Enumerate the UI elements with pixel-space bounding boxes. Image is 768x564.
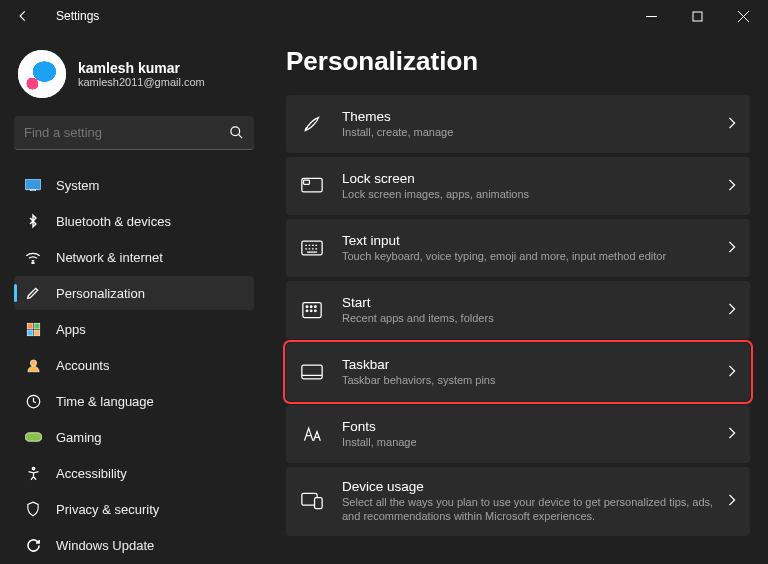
svg-point-4: [32, 262, 34, 264]
nav-item-accounts[interactable]: Accounts: [14, 348, 254, 382]
card-title: Start: [342, 295, 728, 310]
nav-item-label: Windows Update: [56, 538, 154, 553]
nav-item-accessibility[interactable]: Accessibility: [14, 456, 254, 490]
settings-card-lock-screen[interactable]: Lock screenLock screen images, apps, ani…: [286, 157, 750, 215]
nav-item-label: Network & internet: [56, 250, 163, 265]
svg-rect-23: [302, 365, 322, 379]
start-icon: [300, 298, 324, 322]
nav-item-label: Time & language: [56, 394, 154, 409]
nav-item-windows-update[interactable]: Windows Update: [14, 528, 254, 562]
nav-item-personalization[interactable]: Personalization: [14, 276, 254, 310]
update-icon: [24, 536, 42, 554]
sidebar: kamlesh kumar kamlesh2011@gmail.com Syst…: [0, 32, 264, 564]
search-box[interactable]: [14, 116, 254, 150]
settings-card-text-input[interactable]: Text inputTouch keyboard, voice typing, …: [286, 219, 750, 277]
svg-rect-2: [25, 179, 41, 190]
svg-point-18: [310, 306, 312, 308]
card-title: Fonts: [342, 419, 728, 434]
personalization-icon: [24, 284, 42, 302]
nav-item-label: Gaming: [56, 430, 102, 445]
back-button[interactable]: [8, 9, 38, 23]
chevron-right-icon: [728, 365, 736, 380]
svg-point-1: [231, 127, 240, 136]
profile[interactable]: kamlesh kumar kamlesh2011@gmail.com: [18, 50, 254, 98]
svg-rect-3: [30, 190, 35, 191]
card-title: Device usage: [342, 479, 728, 494]
nav-item-apps[interactable]: Apps: [14, 312, 254, 346]
settings-card-themes[interactable]: ThemesInstall, create, manage: [286, 95, 750, 153]
settings-card-device-usage[interactable]: Device usageSelect all the ways you plan…: [286, 467, 750, 536]
page-heading: Personalization: [286, 46, 750, 77]
close-button[interactable]: [720, 0, 766, 32]
chevron-right-icon: [728, 117, 736, 132]
nav-item-gaming[interactable]: Gaming: [14, 420, 254, 454]
nav-item-label: Accessibility: [56, 466, 127, 481]
nav-item-system[interactable]: System: [14, 168, 254, 202]
device-usage-icon: [300, 489, 324, 513]
card-description: Install, create, manage: [342, 125, 722, 139]
svg-rect-7: [27, 330, 33, 336]
maximize-button[interactable]: [674, 0, 720, 32]
svg-point-9: [30, 359, 36, 365]
card-description: Recent apps and items, folders: [342, 311, 722, 325]
svg-point-12: [32, 467, 35, 470]
app-title: Settings: [56, 9, 99, 23]
svg-rect-5: [27, 323, 33, 329]
nav-item-label: Bluetooth & devices: [56, 214, 171, 229]
nav-item-bluetooth-devices[interactable]: Bluetooth & devices: [14, 204, 254, 238]
brush-icon: [300, 112, 324, 136]
svg-rect-8: [34, 330, 40, 336]
avatar: [18, 50, 66, 98]
settings-card-taskbar[interactable]: TaskbarTaskbar behaviors, system pins: [286, 343, 750, 401]
accessibility-icon: [24, 464, 42, 482]
search-icon: [229, 125, 244, 140]
fonts-icon: [300, 422, 324, 446]
gaming-icon: [24, 428, 42, 446]
card-description: Lock screen images, apps, animations: [342, 187, 722, 201]
lock-screen-icon: [300, 174, 324, 198]
card-title: Lock screen: [342, 171, 728, 186]
svg-rect-25: [315, 498, 323, 509]
card-title: Text input: [342, 233, 728, 248]
card-description: Taskbar behaviors, system pins: [342, 373, 722, 387]
profile-name: kamlesh kumar: [78, 60, 205, 76]
titlebar: Settings: [0, 0, 768, 32]
svg-rect-11: [25, 433, 42, 442]
chevron-right-icon: [728, 241, 736, 256]
nav-item-time-language[interactable]: Time & language: [14, 384, 254, 418]
taskbar-icon: [300, 360, 324, 384]
search-input[interactable]: [24, 125, 229, 140]
nav-item-network-internet[interactable]: Network & internet: [14, 240, 254, 274]
privacy-icon: [24, 500, 42, 518]
chevron-right-icon: [728, 303, 736, 318]
network-icon: [24, 248, 42, 266]
nav-item-label: System: [56, 178, 99, 193]
card-description: Touch keyboard, voice typing, emoji and …: [342, 249, 722, 263]
svg-point-22: [315, 310, 317, 312]
svg-point-20: [306, 310, 308, 312]
svg-point-17: [306, 306, 308, 308]
settings-card-fonts[interactable]: FontsInstall, manage: [286, 405, 750, 463]
svg-point-19: [315, 306, 317, 308]
bluetooth-icon: [24, 212, 42, 230]
settings-card-start[interactable]: StartRecent apps and items, folders: [286, 281, 750, 339]
accounts-icon: [24, 356, 42, 374]
svg-rect-0: [693, 12, 702, 21]
chevron-right-icon: [728, 427, 736, 442]
svg-rect-6: [34, 323, 40, 329]
card-description: Install, manage: [342, 435, 722, 449]
keyboard-icon: [300, 236, 324, 260]
svg-point-21: [310, 310, 312, 312]
card-title: Taskbar: [342, 357, 728, 372]
minimize-button[interactable]: [628, 0, 674, 32]
apps-icon: [24, 320, 42, 338]
chevron-right-icon: [728, 494, 736, 509]
nav-item-label: Personalization: [56, 286, 145, 301]
profile-email: kamlesh2011@gmail.com: [78, 76, 205, 88]
card-description: Select all the ways you plan to use your…: [342, 495, 722, 524]
nav-item-privacy-security[interactable]: Privacy & security: [14, 492, 254, 526]
time-icon: [24, 392, 42, 410]
chevron-right-icon: [728, 179, 736, 194]
nav-item-label: Accounts: [56, 358, 109, 373]
nav-item-label: Privacy & security: [56, 502, 159, 517]
